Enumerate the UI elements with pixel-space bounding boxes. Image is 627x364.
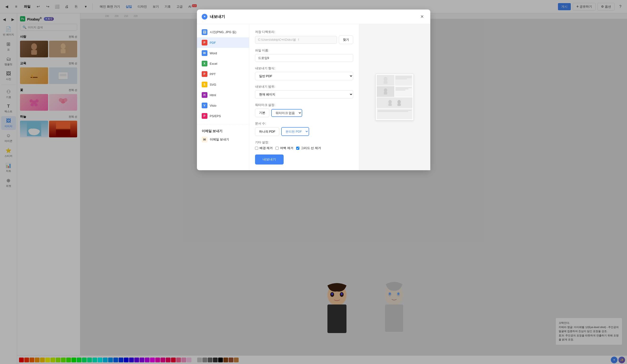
svg-rect-43 [397,104,401,106]
watermark-controls: 기본 워터마크 없음 [255,108,353,117]
watermark-select[interactable]: 워터마크 없음 [271,109,302,117]
dialog-menu-email[interactable]: ✉ 이메일 보내기 [197,134,249,145]
file-name-input[interactable] [255,54,353,62]
export-btn-row: 내보내기 [255,155,353,164]
dialog-header: ✦ 내보내기 ✕ [197,9,430,24]
margin-remove-checkbox[interactable]: 여백 제거 [275,146,293,150]
email-icon: ✉ [202,137,208,142]
svg-rect-37 [384,81,387,84]
dialog-menu-word[interactable]: W Word [197,48,249,58]
dialog-title: 내보내기 [210,14,417,19]
export-action-button[interactable]: 내보내기 [255,155,284,164]
dialog-close-button[interactable]: ✕ [419,13,425,20]
svg-point-40 [388,100,392,104]
dialog-overlay: ✦ 내보내기 ✕ 🖼 사진(PNG, JPG 등) P PDF [0,0,627,364]
watermark-row: 워터마크 설정: 기본 워터마크 없음 [255,103,353,117]
export-dialog: ✦ 내보내기 ✕ 🖼 사진(PNG, JPG 등) P PDF [197,9,430,170]
save-dir-row: 저장 디렉토리: 찾기 [255,30,353,44]
doc-count-row: 문서 수: 하나의 PDF 분리된 PDF [255,121,353,136]
dialog-right-form: 저장 디렉토리: 찾기 파일 이름: 내보내기 형식: 일반 PDF [249,24,359,170]
browse-button[interactable]: 찾기 [339,36,353,44]
other-settings-controls: 배경 제거 여백 제거 그리드 선 제거 [255,146,353,150]
dialog-menu-pdf[interactable]: P PDF [197,37,249,48]
svg-point-42 [397,100,401,104]
other-settings-row: 기타 설정: 배경 제거 여백 제거 그리드 선 제거 [255,140,353,150]
word-export-icon: W [202,50,208,56]
preview-cell-5 [377,97,413,108]
svg-rect-39 [384,92,387,95]
excel-export-icon: X [202,61,208,66]
dialog-menu-ppt[interactable]: P PPT [197,69,249,79]
photo-export-icon: 🖼 [202,29,208,35]
split-pdf-select[interactable]: 분리된 PDF [281,127,309,136]
preview-cell-6 [377,108,413,119]
dialog-menu-svg[interactable]: S SVG [197,79,249,90]
save-dir-input-row: 찾기 [255,36,353,44]
preview-page [375,74,414,120]
svg-point-38 [384,88,387,92]
range-label: 내보내기 범위: [255,85,353,89]
grid-remove-checkbox[interactable]: 그리드 선 제거 [296,146,321,150]
watermark-basic-btn[interactable]: 기본 [255,108,269,117]
save-dir-label: 저장 디렉토리: [255,30,353,34]
bg-remove-checkbox[interactable]: 배경 제거 [255,146,273,150]
doc-count-label: 문서 수: [255,121,353,126]
save-dir-input[interactable] [255,36,337,44]
dialog-menu-excel[interactable]: X Excel [197,58,249,69]
range-row: 내보내기 범위: 현재 페이지 모든 페이지 선택 영역 [255,85,353,99]
dialog-menu-html[interactable]: H Html [197,90,249,100]
dialog-preview [359,24,430,170]
dialog-body: 🖼 사진(PNG, JPG 등) P PDF W Word X Excel [197,24,430,170]
html-export-icon: H [202,92,208,98]
preview-cell-3 [377,86,394,97]
dialog-menu-pseps[interactable]: P PS/EPS [197,111,249,121]
preview-cell-4 [395,86,413,97]
format-select[interactable]: 일반 PDF PDF/A PDF/X [255,72,353,80]
email-section-title: 이메일 보내기 [197,126,249,134]
dialog-menu-photo[interactable]: 🖼 사진(PNG, JPG 등) [197,27,249,37]
svg-point-36 [384,77,387,81]
ppt-export-icon: P [202,71,208,77]
doc-count-controls: 하나의 PDF 분리된 PDF [255,127,353,136]
svg-rect-41 [388,104,392,106]
one-pdf-btn[interactable]: 하나의 PDF [255,127,280,136]
svg-export-icon: S [202,82,208,87]
dialog-left-menu: 🖼 사진(PNG, JPG 등) P PDF W Word X Excel [197,24,249,170]
format-row: 내보내기 형식: 일반 PDF PDF/A PDF/X [255,66,353,80]
preview-cell-1 [377,75,394,86]
preview-grid [377,75,413,119]
range-select[interactable]: 현재 페이지 모든 페이지 선택 영역 [255,90,353,99]
visio-export-icon: V [202,103,208,108]
dialog-logo: ✦ [202,14,208,19]
format-label: 내보내기 형식: [255,66,353,70]
watermark-label: 워터마크 설정: [255,103,353,107]
pdf-export-icon: P [202,40,208,46]
other-settings-label: 기타 설정: [255,140,353,145]
file-name-label: 파일 이름: [255,48,353,52]
pseps-export-icon: P [202,113,208,119]
dialog-menu-visio[interactable]: V Visio [197,100,249,111]
preview-cell-2 [395,75,413,86]
file-name-row: 파일 이름: [255,48,353,62]
